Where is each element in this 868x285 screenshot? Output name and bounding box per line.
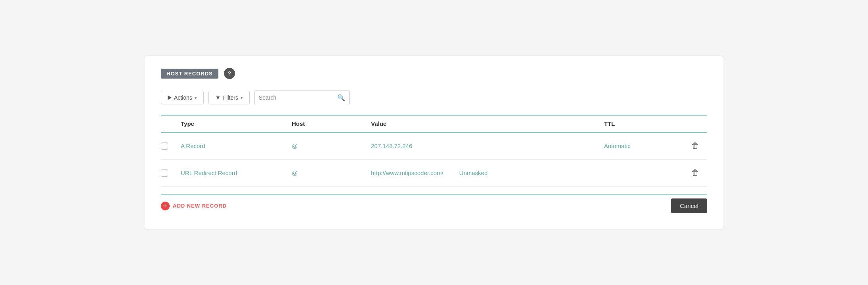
footer-row: + ADD NEW RECORD Cancel [161, 194, 707, 213]
table-header: Type Host Value TTL [161, 115, 707, 133]
actions-button[interactable]: Actions ▾ [161, 91, 204, 104]
table-row: A Record @ 207.148.72.246 Automatic 🗑 [161, 133, 707, 160]
filter-icon: ▼ [215, 94, 221, 101]
trash-icon: 🗑 [691, 141, 699, 150]
table-row: URL Redirect Record @ http://www.mtipsco… [161, 160, 707, 187]
row2-checkbox[interactable] [161, 169, 168, 177]
col-host: Host [292, 120, 371, 127]
row2-delete-button[interactable]: 🗑 [690, 167, 701, 179]
header-row: HOST RECORDS ? [161, 68, 707, 79]
row1-host: @ [292, 142, 371, 149]
filters-label: Filters [223, 94, 238, 101]
row2-host: @ [292, 169, 371, 176]
search-input[interactable] [259, 94, 337, 101]
toolbar: Actions ▾ ▼ Filters ▾ 🔍 [161, 90, 707, 105]
cancel-button[interactable]: Cancel [671, 198, 707, 213]
col-value: Value [371, 120, 604, 127]
actions-label: Actions [174, 94, 192, 101]
table: Type Host Value TTL A Record @ 207.148.7… [161, 115, 707, 187]
search-icon: 🔍 [337, 94, 345, 102]
row2-type[interactable]: URL Redirect Record [181, 169, 292, 176]
col-type: Type [181, 120, 292, 127]
col-ttl: TTL [604, 120, 683, 127]
row1-type[interactable]: A Record [181, 142, 292, 149]
row1-ttl: Automatic [604, 142, 683, 149]
host-records-card: HOST RECORDS ? Actions ▾ ▼ Filters ▾ 🔍 T… [145, 56, 723, 229]
chevron-down-icon-filters: ▾ [241, 95, 243, 100]
filters-button[interactable]: ▼ Filters ▾ [208, 91, 250, 104]
row2-unmasked: Unmasked [459, 169, 488, 176]
search-box: 🔍 [254, 90, 350, 105]
row1-checkbox[interactable] [161, 142, 168, 150]
chevron-down-icon: ▾ [195, 95, 197, 100]
section-title: HOST RECORDS [161, 69, 218, 79]
trash-icon: 🗑 [691, 168, 699, 177]
row1-delete-button[interactable]: 🗑 [690, 140, 701, 152]
help-icon[interactable]: ? [224, 68, 235, 79]
play-icon [168, 95, 172, 100]
add-circle-icon: + [161, 202, 170, 210]
add-label: ADD NEW RECORD [173, 203, 227, 209]
row2-value[interactable]: http://www.mtipscoder.com/ [371, 169, 444, 176]
add-new-record-button[interactable]: + ADD NEW RECORD [161, 202, 227, 210]
row1-value[interactable]: 207.148.72.246 [371, 142, 604, 149]
